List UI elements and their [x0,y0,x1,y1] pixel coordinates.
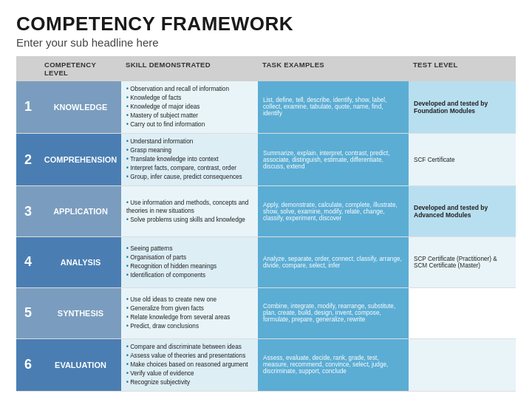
row-task: Combine, integrate, modify, rearrange, s… [258,288,409,338]
header-task: TASK EXAMPLES [258,59,409,78]
header-test: TEST LEVEL [409,59,516,78]
row-competency-name: ANALYSIS [40,237,121,287]
row-skill: Use information and methods, concepts an… [121,186,258,236]
competency-table: COMPETENCY LEVEL SKILL DEMONSTRATED TASK… [16,56,516,392]
header-skill: SKILL DEMONSTRATED [121,59,258,78]
row-test [409,339,516,391]
table-row: 3APPLICATIONUse information and methods,… [16,186,516,237]
row-number: 6 [16,339,40,391]
row-skill: Use old ideas to create new oneGeneraliz… [121,288,258,338]
row-number: 2 [16,134,40,185]
table-row: 2COMPREHENSIONUnderstand informationGras… [16,134,516,186]
row-task: List, define, tell, describe, identify, … [258,81,409,133]
row-test: SCP Certificate (Practitioner) & SCM Cer… [409,237,516,287]
row-task: Analyze, separate, order, connect, class… [258,237,409,287]
row-task: Apply, demonstrate, calculate, complete,… [258,186,409,236]
row-test: Developed and tested by Foundation Modul… [409,81,516,133]
table-row: 4ANALYSISSeeing patternsOrganisation of … [16,237,516,288]
row-skill: Seeing patternsOrganisation of partsReco… [121,237,258,287]
row-competency-name: SYNTHESIS [40,288,121,338]
row-skill: Observation and recall of informationKno… [121,81,258,133]
table-body: 1KNOWLEDGEObservation and recall of info… [16,81,516,392]
table-row: 5SYNTHESISUse old ideas to create new on… [16,288,516,339]
row-number: 4 [16,237,40,287]
row-test [409,288,516,338]
row-competency-name: EVALUATION [40,339,121,391]
row-number: 5 [16,288,40,338]
row-test: Developed and tested by Advanced Modules [409,186,516,236]
row-competency-name: COMPREHENSION [40,134,121,185]
row-test: SCF Certificate [409,134,516,185]
header-level: COMPETENCY LEVEL [40,59,121,78]
page-subtitle: Enter your sub headline here [16,36,516,49]
table-row: 6EVALUATIONCompare and discriminate betw… [16,339,516,392]
table-row: 1KNOWLEDGEObservation and recall of info… [16,81,516,134]
page-title: COMPETENCY FRAMEWORK [16,13,516,35]
row-skill: Compare and discriminate between ideasAs… [121,339,258,391]
row-skill: Understand informationGrasp meaningTrans… [121,134,258,185]
header-num [16,59,40,78]
row-competency-name: APPLICATION [40,186,121,236]
row-task: Assess, evaluate, decide, rank, grade, t… [258,339,409,391]
row-task: Summarize, explain, interpret, contrast,… [258,134,409,185]
table-header: COMPETENCY LEVEL SKILL DEMONSTRATED TASK… [16,56,516,81]
row-competency-name: KNOWLEDGE [40,81,121,133]
row-number: 1 [16,81,40,133]
row-number: 3 [16,186,40,236]
